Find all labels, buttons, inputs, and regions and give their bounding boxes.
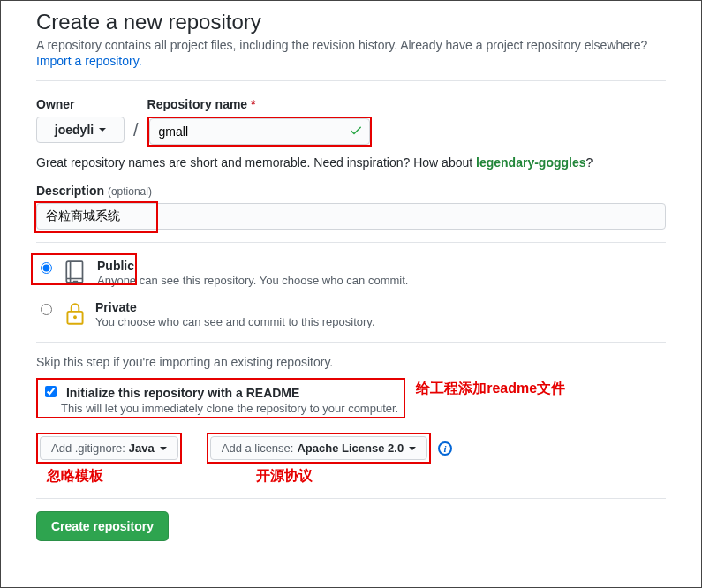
caret-down-icon — [99, 128, 106, 132]
create-repository-button[interactable]: Create repository — [36, 511, 169, 541]
private-radio[interactable] — [41, 304, 52, 315]
repo-public-icon — [64, 259, 88, 288]
visibility-public-option[interactable]: Public Anyone can see this repository. Y… — [36, 259, 666, 288]
repository-name-input[interactable] — [149, 118, 370, 145]
slash-separator: / — [133, 120, 139, 147]
svg-point-1 — [73, 315, 77, 319]
private-desc: You choose who can see and commit to thi… — [95, 315, 375, 328]
divider — [36, 342, 666, 343]
annotation-license: 开源协议 — [256, 467, 452, 486]
description-input[interactable] — [36, 203, 666, 230]
license-select-button[interactable]: Add a license: Apache License 2.0 — [210, 436, 427, 460]
caret-down-icon — [160, 447, 167, 450]
repository-name-label: Repository name * — [147, 97, 372, 111]
lock-icon — [64, 300, 87, 329]
visibility-private-option[interactable]: Private You choose who can see and commi… — [36, 300, 666, 329]
annotation-readme: 给工程添加readme文件 — [416, 380, 565, 398]
private-title: Private — [95, 300, 375, 314]
divider — [36, 80, 666, 81]
divider — [36, 498, 666, 499]
required-asterisk: * — [251, 97, 255, 111]
page-title: Create a new repository — [36, 10, 666, 34]
caret-down-icon — [409, 447, 416, 450]
name-suggestion[interactable]: legendary-goggles — [476, 155, 585, 170]
description-label: Description (optional) — [36, 184, 666, 198]
readme-checkbox[interactable] — [45, 386, 57, 397]
owner-label: Owner — [36, 97, 125, 111]
annotation-gitignore: 忽略模板 — [47, 467, 182, 486]
skip-hint: Skip this step if you're importing an ex… — [36, 355, 666, 369]
readme-label: Initialize this repository with a README — [66, 386, 299, 400]
public-radio[interactable] — [41, 262, 52, 274]
info-icon[interactable]: i — [438, 441, 452, 456]
public-desc: Anyone can see this repository. You choo… — [97, 274, 408, 287]
gitignore-select-button[interactable]: Add .gitignore: Java — [40, 436, 178, 460]
public-title: Public — [97, 259, 408, 273]
page-subtitle: A repository contains all project files,… — [36, 38, 666, 52]
divider — [36, 242, 666, 243]
check-icon — [349, 124, 363, 140]
owner-select-button[interactable]: joedyli — [36, 117, 125, 143]
name-hint: Great repository names are short and mem… — [36, 155, 666, 170]
readme-desc: This will let you immediately clone the … — [61, 402, 398, 415]
import-repository-link[interactable]: Import a repository. — [36, 54, 142, 68]
